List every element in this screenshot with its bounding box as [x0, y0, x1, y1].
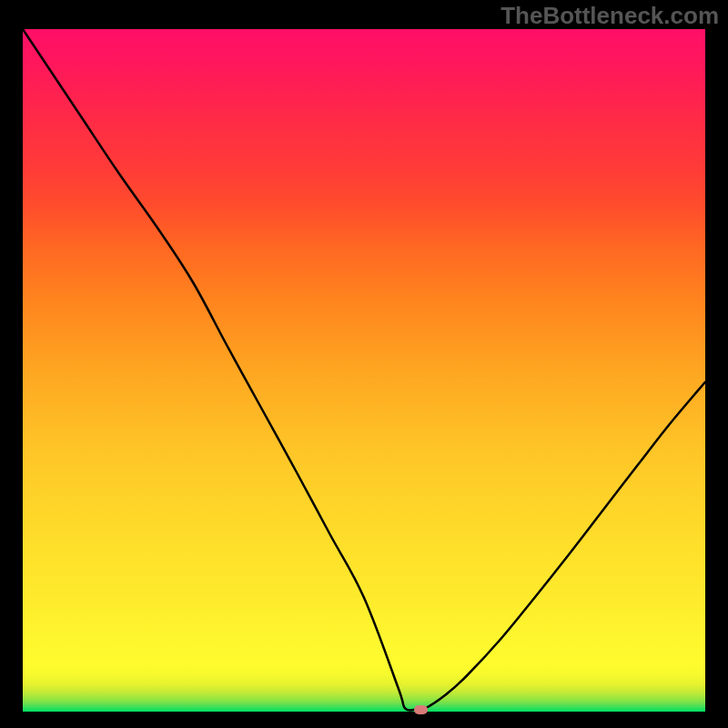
- watermark-text: TheBottleneck.com: [500, 2, 719, 30]
- optimum-marker: [414, 705, 428, 714]
- curve-svg: [23, 29, 705, 712]
- bottleneck-curve: [23, 29, 705, 711]
- chart-area: [23, 29, 705, 712]
